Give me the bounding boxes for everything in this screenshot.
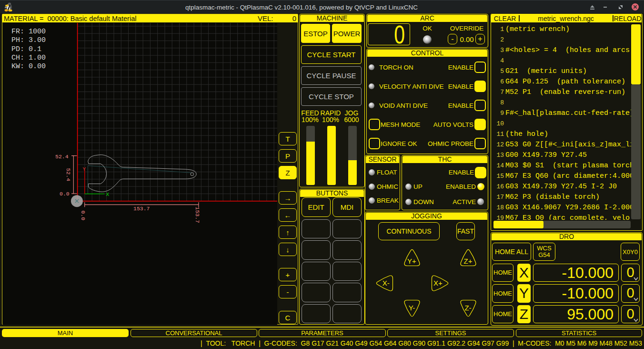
svg-text:153.7: 153.7 [133,205,150,212]
svg-text:X: X [106,192,110,197]
svg-text:52.4: 52.4 [55,154,69,160]
svg-text:52.4: 52.4 [65,168,71,182]
svg-text:Y: Y [83,166,86,172]
svg-text:0.0: 0.0 [60,191,70,197]
svg-text:0.0: 0.0 [80,211,86,221]
svg-text:153.7: 153.7 [194,207,201,224]
